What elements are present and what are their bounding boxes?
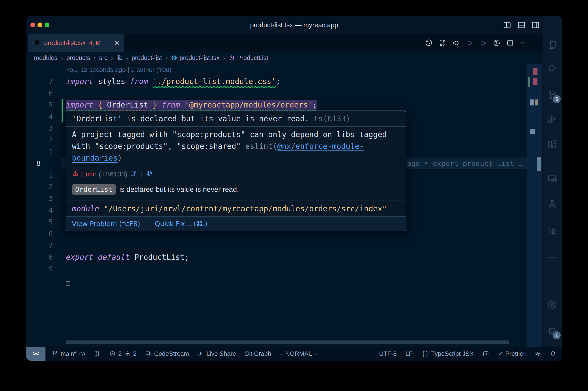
activity-item-run-debug[interactable] [547,113,558,124]
code-row[interactable]: 9 [26,263,527,275]
breadcrumb-item-productlist[interactable]: ProductList [229,54,268,62]
tab-product-list[interactable]: product-list.tsx 4, M × [28,34,124,52]
line-number[interactable]: 2 [33,134,53,146]
view-problem-action[interactable]: View Problem (⌥F8) [72,220,140,228]
breadcrumb-label: product-list.tsx [180,54,220,62]
breadcrumb-item-product-list[interactable]: product-list [132,54,162,62]
line-number[interactable]: 2 [33,181,53,193]
comment-icon [145,350,152,357]
cloud-up-icon [79,350,86,357]
toggle-panel-bottom-button[interactable] [517,21,526,29]
activity-item-nx-console[interactable] [547,226,558,237]
activity-item-explorer[interactable] [547,40,558,51]
breadcrumb-item-src[interactable]: src [99,54,107,62]
source-control-badge: 5 [553,95,561,103]
code-row[interactable]: 8export default ProductList; [26,251,527,263]
line-number[interactable]: 7 [33,240,53,251]
tooltip-resize-handle[interactable] [66,281,70,286]
status-extension-item[interactable] [482,350,489,357]
code-row[interactable]: 6 [26,87,527,99]
line-number[interactable]: 5 [33,216,53,228]
status-codestream[interactable]: CodeStream [145,350,189,357]
hover-actions: View Problem (⌥F8) Quick Fix... (⌘.) [66,216,406,231]
status-problems[interactable]: 22 [109,350,137,357]
eslint-error-summary: A project tagged with "scope:products" c… [66,126,406,166]
status-language-mode[interactable]: {}TypeScript JSX [421,350,474,357]
overview-ruler[interactable] [527,64,542,347]
status-prettier[interactable]: ✓Prettier [498,350,525,357]
open-external-icon[interactable] [130,170,137,178]
breadcrumb-item-modules[interactable]: modules [34,54,57,62]
line-number[interactable]: 6 [33,228,53,240]
previous-change-button[interactable] [466,39,473,47]
line-number[interactable]: 4 [33,111,53,122]
close-tab-icon[interactable]: × [114,39,119,47]
activity-item-source-control[interactable]: 5 [547,90,558,101]
open-changes-button[interactable] [438,39,446,47]
status-git-graph[interactable]: Git Graph [244,350,271,357]
activity-item-testing[interactable] [547,199,558,210]
split-editor-button[interactable] [506,39,514,47]
quick-fix-action[interactable]: Quick Fix... (⌘.) [155,220,207,228]
timeline-history-button[interactable] [425,39,433,47]
titlebar[interactable]: product-list.tsx — myreactapp [26,16,562,34]
code-row[interactable]: 7import styles from './product-list.modu… [26,76,527,87]
activity-item-account[interactable] [547,299,558,310]
line-number[interactable]: 1 [33,146,53,158]
warning-tri-icon [124,350,131,357]
breadcrumb-label: modules [34,54,57,62]
line-number[interactable]: 8 [33,158,56,169]
ts-error-text: 'OrderList' is declared but its value is… [72,114,314,123]
status-branch[interactable]: main* [51,350,86,357]
editor[interactable]: You, 12 seconds ago | 1 author (You)7imp… [26,64,542,347]
horizontal-scrollbar[interactable] [66,340,509,344]
tab-problem-badge: 4, M [89,39,101,47]
activity-item-extensions[interactable] [547,139,558,150]
blame-annotation-row[interactable]: You, 12 seconds ago | 1 author (You) [26,64,527,76]
chevron-right-icon: › [126,54,128,62]
line-number[interactable]: 6 [33,87,53,99]
status-feedback[interactable] [534,350,541,357]
code-row[interactable]: 5import { OrderList } from '@myreactapp/… [26,99,527,111]
status-live-share[interactable]: Live Share [197,350,236,357]
branch-label: main* [61,350,77,357]
status-sync-commits[interactable] [94,350,101,357]
selection-mark [535,99,538,105]
breadcrumb-item-lib[interactable]: lib [116,54,123,62]
navigate-back-button[interactable] [452,39,460,47]
status-notifications[interactable] [550,350,557,357]
breadcrumb-item-products[interactable]: products [66,54,90,62]
line-number[interactable]: 9 [33,263,53,275]
status-vim-mode[interactable]: -- NORMAL -- [279,350,317,357]
language-mode-label: TypeScript JSX [431,350,474,357]
line-number[interactable]: 3 [33,193,53,204]
line-number[interactable]: 5 [33,99,53,111]
next-change-button[interactable] [479,39,487,47]
toggle-panel-right-button[interactable] [531,21,540,29]
line-number[interactable]: 8 [33,251,53,263]
remote-indicator[interactable]: >< [26,347,45,361]
activity-item-settings[interactable]: 1 [547,326,558,337]
globe-icon[interactable] [146,170,153,178]
activity-item-search[interactable] [547,63,558,74]
activity-item-additional-views[interactable] [547,252,558,263]
status-encoding[interactable]: UTF-8 [379,350,397,357]
share-icon [197,350,204,357]
code-row[interactable]: 7 [26,240,527,251]
error-label: Error [81,170,96,178]
gitlens-graph-button[interactable] [493,39,501,47]
toggle-panel-left-button[interactable] [503,21,511,29]
breadcrumb-item-product-list-tsx[interactable]: product-list.tsx [171,54,220,62]
line-number[interactable]: 4 [33,204,53,216]
mask-icon [482,350,489,357]
line-number[interactable]: 7 [33,76,53,87]
debug-icon [547,113,557,124]
problems-label: 2 [118,350,122,357]
git-branch-icon [51,350,58,357]
more-actions-button[interactable] [520,39,528,47]
status-eol[interactable]: LF [405,350,413,357]
eslint-source: eslint( [245,142,277,151]
line-number[interactable]: 1 [33,169,53,181]
line-number[interactable]: 3 [33,122,53,134]
activity-item-remote-explorer[interactable] [547,173,558,184]
